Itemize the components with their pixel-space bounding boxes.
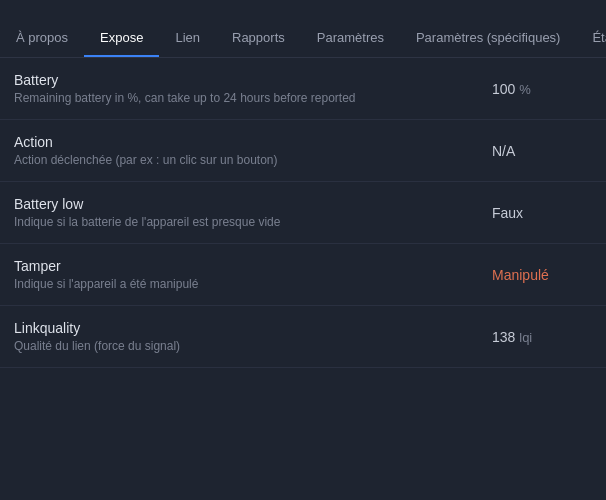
tab-expose[interactable]: Expose [84,20,159,57]
row-desc-battery: Remaining battery in %, can take up to 2… [14,91,472,105]
row-value-battery-low: Faux [472,205,592,221]
content-area: BatteryRemaining battery in %, can take … [0,58,606,368]
row-desc-linkquality: Qualité du lien (force du signal) [14,339,472,353]
table-row: ActionAction déclenchée (par ex : un cli… [0,120,606,182]
tab-rapports[interactable]: Rapports [216,20,301,57]
row-desc-tamper: Indique si l'appareil a été manipulé [14,277,472,291]
tab-paramètres[interactable]: Paramètres [301,20,400,57]
table-row: TamperIndique si l'appareil a été manipu… [0,244,606,306]
row-desc-battery-low: Indique si la batterie de l'appareil est… [14,215,472,229]
row-label-action: Action [14,134,472,150]
row-value-linkquality: 138 lqi [472,329,592,345]
tab-état[interactable]: État [576,20,606,57]
tab-à-propos[interactable]: À propos [0,20,84,57]
tab-bar: À proposExposeLienRapportsParamètresPara… [0,20,606,58]
table-row: Battery lowIndique si la batterie de l'a… [0,182,606,244]
tab-lien[interactable]: Lien [159,20,216,57]
table-row: LinkqualityQualité du lien (force du sig… [0,306,606,368]
header [0,0,606,20]
row-label-tamper: Tamper [14,258,472,274]
tab-paramètres-spécifiques[interactable]: Paramètres (spécifiques) [400,20,577,57]
row-value-action: N/A [472,143,592,159]
table-row: BatteryRemaining battery in %, can take … [0,58,606,120]
row-desc-action: Action déclenchée (par ex : un clic sur … [14,153,472,167]
row-label-linkquality: Linkquality [14,320,472,336]
row-label-battery: Battery [14,72,472,88]
row-value-tamper: Manipulé [472,267,592,283]
row-value-battery: 100 % [472,81,592,97]
row-label-battery-low: Battery low [14,196,472,212]
